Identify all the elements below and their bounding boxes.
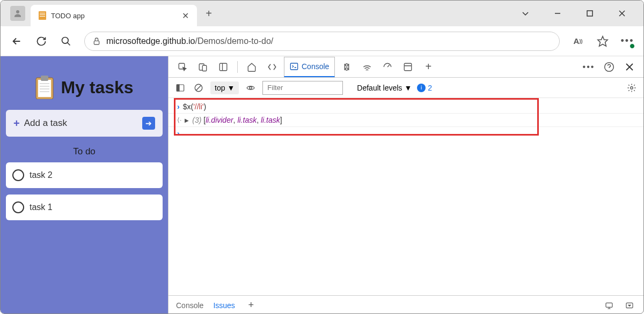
more-tabs-button[interactable]: + bbox=[420, 58, 437, 76]
prompt-icon: › bbox=[177, 102, 180, 111]
svg-rect-11 bbox=[94, 41, 99, 44]
favorite-button[interactable] bbox=[596, 35, 609, 48]
live-expression-icon[interactable] bbox=[244, 81, 257, 94]
chevron-down-icon: ▼ bbox=[404, 84, 412, 92]
url-path: /Demos/demo-to-do/ bbox=[195, 36, 273, 46]
more-button[interactable]: ••• bbox=[621, 35, 634, 48]
tab-title: TODO app bbox=[51, 12, 177, 20]
sources-tab-icon[interactable] bbox=[338, 58, 355, 76]
url-domain: microsoftedge.github.io bbox=[106, 36, 195, 46]
svg-point-27 bbox=[346, 68, 348, 70]
svg-marker-12 bbox=[598, 36, 608, 46]
window-controls bbox=[515, 5, 639, 22]
console-icon bbox=[290, 62, 298, 71]
tab-close-button[interactable]: ✕ bbox=[181, 11, 189, 20]
task-checkbox[interactable] bbox=[12, 201, 24, 213]
elements-tab-icon[interactable] bbox=[264, 58, 281, 76]
console-prompt[interactable]: › bbox=[169, 127, 643, 140]
add-task-label: Add a task bbox=[24, 118, 138, 129]
section-label: To do bbox=[6, 137, 163, 162]
console-output[interactable]: › $x('//li') ⟨· ▶ (3) [li.divider, li.ta… bbox=[169, 98, 643, 295]
close-devtools-button[interactable] bbox=[621, 58, 638, 76]
page-icon bbox=[38, 11, 47, 20]
maximize-button[interactable] bbox=[579, 5, 601, 22]
network-tab-icon[interactable] bbox=[358, 58, 376, 76]
clipboard-icon bbox=[35, 76, 54, 99]
svg-rect-23 bbox=[219, 63, 227, 71]
levels-label: Default levels bbox=[357, 84, 402, 92]
read-aloud-button[interactable]: A)) bbox=[572, 35, 584, 48]
dock-icon[interactable] bbox=[215, 58, 232, 76]
todo-app: My tasks + Add a task ➔ To do task 2 tas… bbox=[1, 56, 168, 314]
issue-badge-icon: i bbox=[417, 84, 426, 92]
console-tab-label: Console bbox=[302, 62, 329, 71]
task-checkbox[interactable] bbox=[12, 169, 24, 181]
task-label: task 2 bbox=[30, 170, 53, 180]
output-marker-icon: ⟨· bbox=[177, 116, 181, 124]
settings-icon[interactable] bbox=[625, 81, 638, 94]
performance-tab-icon[interactable] bbox=[379, 58, 396, 76]
chevron-down-icon: ▼ bbox=[227, 84, 235, 92]
profile-button[interactable] bbox=[10, 6, 25, 21]
svg-rect-3 bbox=[40, 14, 45, 15]
app-header: My tasks bbox=[6, 62, 163, 110]
issues-count: 2 bbox=[428, 84, 432, 92]
search-icon[interactable] bbox=[60, 35, 72, 48]
console-expression: $x('//li') bbox=[183, 102, 207, 111]
task-item[interactable]: task 1 bbox=[6, 195, 163, 220]
svg-rect-14 bbox=[38, 80, 51, 97]
computed-icon[interactable] bbox=[603, 299, 616, 312]
devtools-tabs: Console + ••• bbox=[169, 56, 643, 78]
minimize-button[interactable] bbox=[547, 5, 568, 22]
svg-rect-1 bbox=[39, 11, 46, 20]
clear-console-icon[interactable] bbox=[192, 81, 205, 94]
chevron-down-icon[interactable] bbox=[515, 5, 536, 22]
svg-point-26 bbox=[346, 64, 348, 66]
svg-rect-39 bbox=[606, 303, 612, 307]
svg-point-9 bbox=[62, 37, 69, 43]
plus-icon: + bbox=[13, 117, 20, 130]
task-item[interactable]: task 2 bbox=[6, 162, 163, 188]
application-tab-icon[interactable] bbox=[399, 58, 416, 76]
add-task-button[interactable]: + Add a task ➔ bbox=[6, 110, 163, 137]
console-output-line: ⟨· ▶ (3) [li.divider, li.task, li.task] bbox=[169, 114, 643, 127]
svg-rect-28 bbox=[405, 63, 412, 71]
svg-line-36 bbox=[196, 85, 201, 90]
issues-counter[interactable]: i 2 bbox=[417, 84, 432, 92]
browser-tab[interactable]: TODO app ✕ bbox=[31, 5, 197, 26]
refresh-button[interactable] bbox=[35, 35, 48, 48]
log-levels-selector[interactable]: Default levels ▼ bbox=[357, 84, 412, 92]
filter-input[interactable] bbox=[262, 81, 343, 95]
svg-rect-22 bbox=[202, 65, 207, 71]
help-icon[interactable] bbox=[601, 58, 618, 76]
svg-point-37 bbox=[250, 86, 252, 89]
drawer-console-tab[interactable]: Console bbox=[176, 301, 203, 310]
arrow-right-icon: ➔ bbox=[142, 117, 155, 130]
svg-rect-2 bbox=[40, 13, 45, 13]
console-input-line: › $x('//li') bbox=[169, 100, 643, 114]
device-icon[interactable] bbox=[194, 58, 211, 76]
lock-icon bbox=[92, 37, 101, 46]
inspect-icon[interactable] bbox=[174, 58, 191, 76]
back-button[interactable] bbox=[10, 35, 23, 48]
sidebar-toggle-icon[interactable] bbox=[174, 81, 187, 94]
task-label: task 1 bbox=[30, 203, 53, 212]
svg-line-10 bbox=[68, 42, 70, 45]
console-result[interactable]: (3) [li.divider, li.task, li.task] bbox=[192, 116, 282, 124]
new-tab-button[interactable]: + bbox=[200, 5, 217, 22]
svg-point-0 bbox=[16, 10, 19, 13]
app-title: My tasks bbox=[61, 78, 133, 98]
drawer-issues-tab[interactable]: Issues bbox=[213, 301, 235, 310]
drawer-add-tab[interactable]: + bbox=[245, 299, 258, 312]
svg-point-38 bbox=[631, 86, 633, 89]
console-tab[interactable]: Console bbox=[284, 57, 335, 77]
drawer-expand-icon[interactable] bbox=[623, 299, 636, 312]
more-options-icon[interactable]: ••• bbox=[580, 58, 597, 76]
close-button[interactable] bbox=[611, 5, 633, 22]
url-input[interactable]: microsoftedge.github.io/Demos/demo-to-do… bbox=[84, 32, 560, 51]
svg-rect-25 bbox=[290, 63, 297, 70]
expand-icon[interactable]: ▶ bbox=[185, 117, 189, 123]
context-selector[interactable]: top ▼ bbox=[210, 81, 239, 94]
welcome-tab-icon[interactable] bbox=[243, 58, 260, 76]
svg-rect-4 bbox=[40, 16, 45, 17]
